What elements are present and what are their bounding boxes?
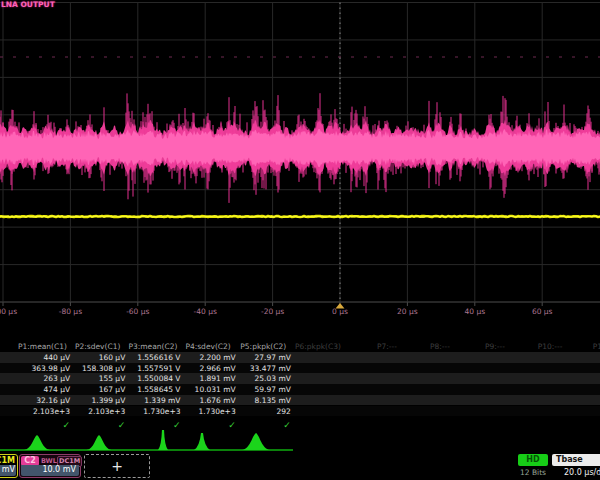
histicon <box>87 435 112 450</box>
measurement-column[interactable]: P9:--- <box>467 341 522 433</box>
channel2-bwl-flag: BWL <box>41 457 57 465</box>
histicon <box>158 430 168 450</box>
descriptor-bar: DC1M 200 mV C2 BWL DC1M 10.0 mV + HD 12 … <box>0 454 600 480</box>
time-axis-label: -80 µs <box>59 307 82 316</box>
measurement-header: P6:pkpk(C3) <box>290 342 345 351</box>
measurement-value: 1.557591 V <box>125 364 180 373</box>
measurement-table[interactable]: P1:mean(C1)440 µV363.98 µV263 µV474 µV32… <box>0 341 600 433</box>
measurement-value: 1.550084 V <box>125 374 180 383</box>
measurement-value: 33.477 mV <box>236 364 291 373</box>
histicon <box>242 433 270 450</box>
measurement-column[interactable]: P2:sdev(C1)160 µV158.308 µV155 µV167 µV1… <box>70 341 125 433</box>
channel2-vdiv: 10.0 mV <box>42 465 76 474</box>
waveform-plot <box>0 0 600 334</box>
measurement-value: 292 <box>236 407 291 416</box>
status-check-icon: ✓ <box>228 420 236 430</box>
measurement-value: 1.730e+3 <box>125 407 180 416</box>
histicon-row <box>0 430 600 454</box>
measurement-value: 1.399 µV <box>70 396 125 405</box>
measurement-value: 158.308 µV <box>70 364 125 373</box>
measurement-value: 2.200 mV <box>181 353 236 362</box>
histicon <box>24 435 50 450</box>
trace-label: LNA OUTPUT <box>1 0 55 9</box>
time-axis-label: 60 µs <box>532 307 553 316</box>
measurement-value: 167 µV <box>70 385 125 394</box>
measurement-column[interactable]: P3:mean(C2)1.556616 V1.557591 V1.550084 … <box>125 341 180 433</box>
measurement-header: P11:--- <box>577 342 600 351</box>
time-axis-label: -40 µs <box>194 307 217 316</box>
histicon <box>194 433 210 450</box>
measurement-header: P3:mean(C2) <box>125 342 180 351</box>
measurement-value: 1.676 mV <box>181 396 236 405</box>
measurement-header: P9:--- <box>467 342 522 351</box>
measurement-value: 27.97 mV <box>236 353 291 362</box>
measurement-value: 1.558645 V <box>125 385 180 394</box>
status-check-icon: ✓ <box>118 420 126 430</box>
channel1-coupling: DC1M <box>0 456 15 465</box>
measurement-value: 1.556616 V <box>125 353 180 362</box>
time-axis-label: -20 µs <box>261 307 284 316</box>
time-axis-label: -60 µs <box>126 307 149 316</box>
measurement-header: P8:--- <box>412 342 467 351</box>
measurement-value: 155 µV <box>70 374 125 383</box>
timebase-label: Tbase <box>556 454 583 466</box>
measurement-value: 2.966 mV <box>181 364 236 373</box>
oscilloscope-screen: LNA OUTPUT -100 µs-80 µs-60 µs-40 µs-20 … <box>0 0 600 480</box>
measurement-value: 10.031 mV <box>181 385 236 394</box>
add-trace-button[interactable]: + <box>84 454 150 478</box>
measurement-column[interactable]: P7:--- <box>359 341 414 433</box>
timebase-descriptor[interactable]: Tbase <box>552 454 600 466</box>
channel1-descriptor[interactable]: DC1M 200 mV <box>0 454 18 478</box>
measurement-value: 363.98 µV <box>15 364 70 373</box>
measurement-column[interactable]: P8:--- <box>412 341 467 433</box>
plus-icon: + <box>85 455 149 477</box>
hd-bits: 12 Bits <box>516 468 550 477</box>
measurement-value: 474 µV <box>15 385 70 394</box>
timebase-value: 20.0 µs/div <box>564 468 600 477</box>
measurement-value: 32.16 µV <box>15 396 70 405</box>
measurement-header: P7:--- <box>359 342 414 351</box>
status-check-icon: ✓ <box>173 420 181 430</box>
status-check-icon: ✓ <box>63 420 71 430</box>
time-axis-label: 0 µs <box>332 307 348 316</box>
measurement-value: 1.891 mV <box>181 374 236 383</box>
time-axis-label: 20 µs <box>397 307 418 316</box>
measurement-value: 263 µV <box>15 374 70 383</box>
channel1-vdiv: 200 mV <box>0 465 15 474</box>
measurement-value: 8.135 mV <box>236 396 291 405</box>
measurement-value: 25.03 mV <box>236 374 291 383</box>
measurement-column[interactable]: P4:sdev(C2)2.200 mV2.966 mV1.891 mV10.03… <box>181 341 236 433</box>
measurement-value: 440 µV <box>15 353 70 362</box>
measurement-column[interactable]: P11:--- <box>577 341 600 433</box>
channel2-descriptor[interactable]: C2 BWL DC1M 10.0 mV <box>19 454 81 478</box>
measurement-header: P10:--- <box>522 342 577 351</box>
measurement-value: 1.730e+3 <box>181 407 236 416</box>
measurement-column[interactable]: P5:pkpk(C2)27.97 mV33.477 mV25.03 mV59.9… <box>236 341 291 433</box>
time-axis-label: -100 µs <box>0 307 17 316</box>
measurement-column[interactable]: P6:pkpk(C3) <box>290 341 345 433</box>
measurement-header: P2:sdev(C1) <box>70 342 125 351</box>
measurement-value: 2.103e+3 <box>70 407 125 416</box>
hd-mode-badge[interactable]: HD <box>518 454 548 466</box>
measurement-header: P1:mean(C1) <box>15 342 70 351</box>
measurement-value: 1.339 mV <box>125 396 180 405</box>
measurement-value: 160 µV <box>70 353 125 362</box>
measurement-value: 59.97 mV <box>236 385 291 394</box>
time-axis-label: 40 µs <box>464 307 485 316</box>
waveform-grid[interactable]: LNA OUTPUT -100 µs-80 µs-60 µs-40 µs-20 … <box>0 0 600 334</box>
measurement-column[interactable]: P10:--- <box>522 341 577 433</box>
measurement-header: P4:sdev(C2) <box>181 342 236 351</box>
measurement-header: P5:pkpk(C2) <box>236 342 291 351</box>
measurement-value: 2.103e+3 <box>15 407 70 416</box>
hd-label: HD <box>518 454 548 466</box>
measurement-column[interactable]: P1:mean(C1)440 µV363.98 µV263 µV474 µV32… <box>15 341 70 433</box>
